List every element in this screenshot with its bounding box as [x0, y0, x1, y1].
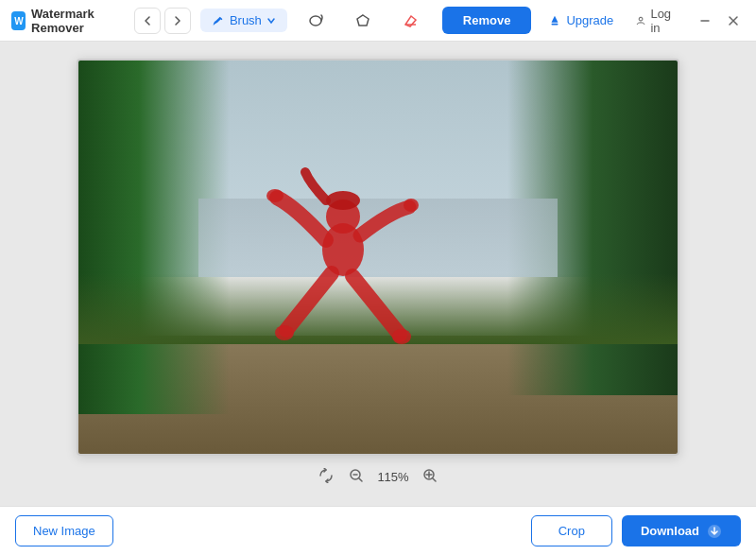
polygon-tool-button[interactable]: [344, 9, 382, 33]
svg-text:W: W: [14, 16, 24, 26]
logo-icon: W: [11, 11, 26, 30]
svg-rect-4: [552, 23, 558, 25]
lasso-tool-button[interactable]: [297, 9, 335, 33]
svg-line-22: [433, 478, 436, 481]
svg-point-14: [404, 199, 419, 212]
close-icon: [728, 15, 739, 26]
app-title: Watermark Remover: [31, 7, 121, 35]
eraser-tool-button[interactable]: [391, 9, 429, 33]
zoom-in-icon[interactable]: [420, 465, 440, 489]
upgrade-icon: [548, 14, 561, 27]
login-label: Log in: [650, 7, 675, 35]
minimize-icon: [699, 15, 711, 26]
zoom-level: 115%: [376, 470, 410, 484]
eraser-icon: [403, 13, 418, 28]
bottom-bar: New Image Crop Download: [0, 506, 756, 555]
login-button[interactable]: Log in: [628, 2, 682, 40]
titlebar-right: Upgrade Log in: [541, 2, 745, 40]
svg-point-5: [639, 17, 643, 21]
download-label: Download: [641, 524, 699, 538]
upgrade-button[interactable]: Upgrade: [541, 9, 621, 32]
app-logo: W Watermark Remover: [11, 7, 121, 35]
svg-line-18: [359, 478, 362, 481]
polygon-icon: [355, 13, 370, 28]
download-icon: [707, 524, 722, 539]
download-button[interactable]: Download: [622, 515, 741, 546]
svg-point-11: [275, 325, 294, 340]
titlebar: W Watermark Remover Brush: [0, 0, 756, 42]
bottom-right-buttons: Crop Download: [531, 515, 741, 546]
brush-label: Brush: [230, 13, 262, 27]
zoom-bar: 115%: [316, 465, 440, 489]
main-content: 115%: [0, 42, 756, 506]
lasso-icon: [308, 13, 323, 28]
user-icon: [636, 14, 645, 27]
upgrade-label: Upgrade: [566, 13, 613, 27]
window-controls: [694, 9, 745, 32]
image-canvas[interactable]: [77, 59, 679, 456]
rotate-icon[interactable]: [316, 465, 336, 489]
chevron-down-icon: [266, 16, 276, 26]
minimize-button[interactable]: [694, 9, 716, 32]
nav-buttons: [134, 8, 191, 34]
svg-point-12: [392, 329, 411, 344]
brush-tool-button[interactable]: Brush: [200, 9, 287, 32]
close-button[interactable]: [722, 9, 745, 32]
brush-icon: [212, 14, 225, 27]
new-image-button[interactable]: New Image: [15, 515, 113, 546]
person-mask: [258, 155, 428, 382]
remove-button[interactable]: Remove: [442, 7, 532, 34]
svg-point-13: [266, 189, 284, 202]
crop-button[interactable]: Crop: [531, 515, 612, 546]
svg-point-15: [326, 191, 360, 210]
zoom-out-icon[interactable]: [346, 465, 367, 489]
forward-button[interactable]: [164, 8, 191, 34]
svg-point-2: [310, 16, 321, 26]
back-button[interactable]: [134, 8, 161, 34]
